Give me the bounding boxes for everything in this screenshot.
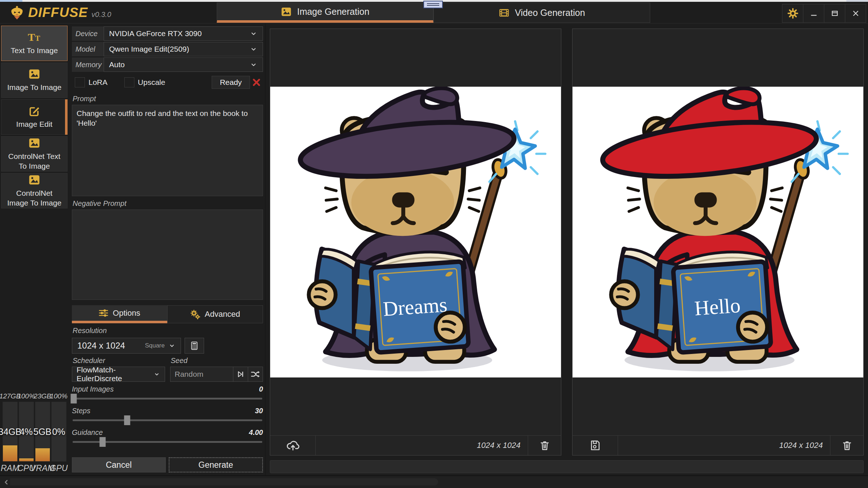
close-button[interactable] — [845, 4, 866, 23]
prompt-label: Prompt — [73, 95, 263, 103]
output-image: Hello — [573, 87, 863, 377]
monitor-max: 100% — [17, 392, 35, 402]
tab-splitter-handle[interactable] — [423, 1, 443, 8]
input-images-value: 0 — [259, 385, 263, 393]
randomize-seed-button[interactable] — [248, 367, 263, 382]
sidebar-item-text-to-image[interactable]: T T Text To Image — [1, 26, 68, 61]
negative-prompt-input[interactable] — [72, 210, 263, 300]
maximize-button[interactable] — [824, 4, 845, 23]
minimize-icon — [809, 9, 819, 18]
status-bar — [0, 475, 868, 488]
device-select[interactable]: NVIDIA GeForce RTX 3090 — [104, 26, 263, 41]
clear-input-image-button[interactable] — [528, 436, 561, 455]
input-image-canvas[interactable]: Dreams — [270, 29, 561, 435]
guidance-slider[interactable] — [72, 437, 263, 447]
scheduler-value: FlowMatch-EulerDiscrete — [77, 366, 154, 383]
memory-value: Auto — [109, 60, 125, 69]
model-value: Qwen Image Edit(2509) — [109, 45, 189, 53]
monitor-value: 4% — [20, 427, 33, 437]
slider-track — [73, 398, 262, 400]
sliders-icon — [99, 308, 108, 318]
generate-button[interactable]: Generate — [169, 457, 263, 472]
slider-track — [73, 419, 262, 421]
input-images-slider[interactable] — [72, 394, 263, 403]
output-image-canvas[interactable]: Hello — [573, 29, 863, 435]
sidebar-item-image-to-image[interactable]: Image To Image — [1, 62, 68, 98]
tab-image-generation[interactable]: Image Generation — [217, 3, 433, 23]
monitor-bar: 0% — [51, 402, 66, 462]
resolution-select[interactable]: 1024 x 1024 Square — [72, 338, 181, 354]
image-viewer-area: Dreams 1024 x 1024 — [265, 23, 868, 475]
options-tabbar: Options — [72, 305, 263, 323]
monitor-vram: 23GB 5GB VRAM — [35, 392, 50, 473]
chevron-down-icon — [154, 371, 160, 378]
book-title-text: Dreams — [382, 293, 448, 320]
app-logo: DIFFUSE v0.3.0 — [9, 5, 111, 20]
shuffle-icon — [251, 370, 260, 379]
memory-select[interactable]: Auto — [104, 57, 263, 72]
tab-options[interactable]: Options — [72, 305, 167, 323]
tab-label: Advanced — [205, 310, 240, 319]
steps-label: Steps — [72, 407, 90, 415]
chevron-down-icon — [250, 61, 258, 69]
resolution-calculator-button[interactable] — [185, 338, 204, 354]
save-image-button[interactable] — [573, 436, 618, 455]
model-label: Model — [72, 42, 104, 56]
mascot-icon — [9, 5, 25, 20]
tab-video-generation[interactable]: Video Generation — [433, 3, 650, 23]
resolution-label: Resolution — [73, 327, 263, 335]
steps-slider[interactable] — [72, 415, 263, 425]
device-value: NVIDIA GeForce RTX 3090 — [109, 29, 202, 38]
chevron-down-icon — [250, 30, 258, 38]
monitor-value: 34GB — [0, 427, 21, 437]
tab-advanced[interactable]: Advanced — [167, 305, 263, 323]
minimize-button[interactable] — [803, 4, 824, 23]
lora-checkbox[interactable] — [75, 77, 85, 87]
settings-button[interactable] — [782, 4, 803, 23]
collapse-panel-button[interactable] — [0, 476, 16, 488]
monitor-name: GPU — [50, 463, 68, 473]
clear-output-image-button[interactable] — [830, 436, 863, 455]
sidebar-item-label: Image To Image — [7, 83, 61, 92]
monitor-fill — [19, 458, 34, 461]
image-icon — [28, 68, 40, 80]
input-image-panel: Dreams 1024 x 1024 — [270, 29, 561, 455]
output-image-panel: Hello 1024 x 1024 — [572, 29, 864, 455]
monitor-fill — [3, 445, 17, 461]
guidance-slider-block: Guidance 4.00 — [72, 428, 263, 447]
unload-model-button[interactable] — [250, 76, 263, 88]
output-image-toolbar: 1024 x 1024 — [573, 435, 863, 455]
slider-thumb[interactable] — [124, 415, 130, 425]
book-title-text: Hello — [694, 294, 741, 320]
model-select[interactable]: Qwen Image Edit(2509) — [104, 42, 263, 56]
upload-image-button[interactable] — [270, 436, 316, 455]
cancel-button[interactable]: Cancel — [72, 457, 166, 472]
seed-label: Seed — [171, 357, 263, 365]
reuse-last-seed-button[interactable] — [233, 367, 248, 382]
image-size-label: 1024 x 1024 — [779, 441, 830, 450]
upscale-checkbox[interactable] — [124, 77, 134, 87]
sidebar-item-image-edit[interactable]: Image Edit — [1, 99, 68, 135]
svg-text:T: T — [35, 34, 40, 43]
sidebar-item-label: Text To Image — [11, 46, 58, 55]
monitor-value: 5GB — [33, 427, 51, 437]
prompt-input[interactable]: Change the outfit to red and the text on… — [72, 105, 263, 196]
scheduler-select[interactable]: FlowMatch-EulerDiscrete — [72, 367, 165, 382]
monitor-max: 23GB — [34, 392, 51, 402]
slider-thumb[interactable] — [99, 437, 105, 447]
calculator-icon — [190, 341, 199, 350]
sidebar-item-controlnet-text-to-image[interactable]: ControlNet Text To Image — [1, 136, 68, 172]
app-name: DIFFUSE — [28, 5, 88, 20]
status-badge: Ready — [212, 76, 250, 89]
monitor-name: RAM — [1, 463, 19, 473]
input-images-label: Input Images — [72, 385, 114, 393]
seed-input[interactable]: Random — [170, 367, 234, 382]
sidebar-item-controlnet-image-to-image[interactable]: ControlNet Image To Image — [1, 173, 68, 208]
image-icon — [28, 137, 40, 149]
slider-thumb[interactable] — [71, 394, 77, 403]
memory-label: Memory — [72, 57, 104, 72]
text-glyph-icon: T T — [27, 31, 42, 43]
monitor-bar: 34GB — [3, 402, 18, 462]
maximize-icon — [830, 9, 839, 18]
monitor-bar: 4% — [19, 402, 34, 462]
